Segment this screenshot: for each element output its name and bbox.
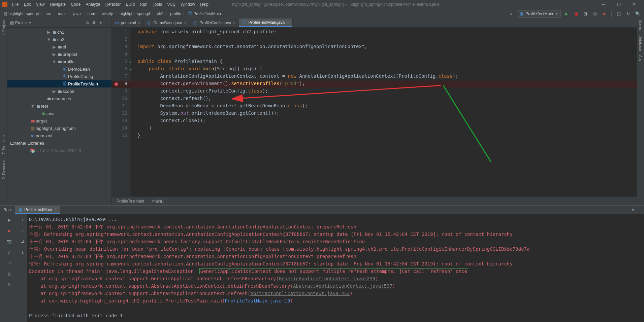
- pin-button[interactable]: ⎙: [5, 270, 13, 278]
- tree-item[interactable]: ▶🖿ch1: [7, 28, 111, 36]
- stacktrace-link[interactable]: ProfileTestMain.java:10: [225, 298, 290, 303]
- tree-item[interactable]: 🖿resources: [7, 95, 111, 102]
- coverage-button[interactable]: ⬔: [582, 10, 589, 17]
- editor-breadcrumb[interactable]: ProfileTestMain 〉 main(): [112, 196, 637, 205]
- crumb-profile[interactable]: profile: [169, 11, 182, 16]
- menu-analyze[interactable]: Analyze: [84, 2, 102, 7]
- menu-tools[interactable]: Tools: [151, 2, 164, 7]
- breakpoint-icon[interactable]: [115, 82, 118, 86]
- scroll-button[interactable]: ⤓: [19, 249, 26, 256]
- menu-vcs[interactable]: VCS: [165, 2, 178, 7]
- tree-item[interactable]: ▼🖿profile: [7, 58, 111, 65]
- run-config-selector[interactable]: ▣ ProfileTestMain ▾: [517, 10, 561, 17]
- run-tab[interactable]: ▣ ProfileTestMain ×: [15, 206, 60, 214]
- tab-close-icon[interactable]: ×: [233, 21, 235, 25]
- tree-item[interactable]: External Libraries: [7, 139, 111, 147]
- tree-item[interactable]: 📚< 1.8 > D:\Java\JDK1.8: [7, 147, 111, 154]
- tree-item[interactable]: ▼🖿ch2: [7, 36, 111, 43]
- editor-gutter[interactable]: 12345▶6▶789101112131415: [112, 28, 131, 196]
- project-tree[interactable]: ▶🖿ch1▼🖿ch2▶🖿el▶🖿prepost▼🖿profileⒸDemoBea…: [7, 28, 111, 205]
- menu-build[interactable]: Build: [124, 2, 137, 7]
- editor-tab[interactable]: ⒸProfileTestMain.java×: [239, 19, 293, 27]
- run-settings-icon[interactable]: ✶: [632, 208, 635, 212]
- tree-item[interactable]: mpom.xml: [7, 132, 111, 139]
- update-button[interactable]: ↻: [624, 10, 632, 17]
- tree-item[interactable]: ▼🖿test: [7, 102, 111, 110]
- project-title[interactable]: ▤Project▾: [10, 21, 31, 25]
- console-output[interactable]: D:\Java\JDK1.8\bin\java.exe ... 十一月 01, …: [27, 214, 644, 322]
- maximize-button[interactable]: ▢: [611, 0, 626, 9]
- run-hide-icon[interactable]: ─: [638, 208, 641, 212]
- tree-item[interactable]: ⒸDemoBean: [7, 65, 111, 73]
- menu-code[interactable]: Code: [69, 2, 83, 7]
- crumb-wisely[interactable]: wisely: [101, 11, 114, 16]
- crumb-main[interactable]: main: [57, 11, 67, 16]
- main-menu[interactable]: File Edit View Navigate Code Analyze Ref…: [10, 2, 211, 7]
- tree-item[interactable]: ⒸProfileTestMain: [7, 80, 111, 87]
- stacktrace-link[interactable]: AbstractApplicationContext.java:537: [293, 283, 392, 289]
- status-method[interactable]: main(): [152, 199, 164, 204]
- menu-view[interactable]: View: [34, 2, 47, 7]
- menu-window[interactable]: Window: [179, 2, 197, 7]
- menu-navigate[interactable]: Navigate: [48, 2, 68, 7]
- close-button[interactable]: ✕: [626, 0, 642, 9]
- search-button[interactable]: 🔍: [634, 10, 641, 17]
- breadcrumbs[interactable]: ▤ highlight_spring4〉 src〉 main〉 java〉 co…: [3, 11, 222, 16]
- tree-item[interactable]: ▤highlight_spring4.iml: [7, 124, 111, 132]
- down-button[interactable]: ↓: [19, 227, 26, 235]
- run-button[interactable]: ▶: [563, 10, 570, 17]
- tab-close-icon[interactable]: ×: [184, 21, 186, 25]
- wrap-button[interactable]: ⇄: [19, 238, 26, 245]
- editor-tab[interactable]: ⒸDemoBean.java×: [144, 19, 190, 27]
- tree-item[interactable]: 🖿target: [7, 117, 111, 124]
- editor-code[interactable]: package com.wisely.highlight_spring4.ch2…: [131, 28, 637, 196]
- tree-item[interactable]: ⒸProfileConfig: [7, 73, 111, 80]
- menu-file[interactable]: File: [10, 2, 21, 7]
- menu-edit[interactable]: Edit: [22, 2, 33, 7]
- build-icon[interactable]: ↘: [507, 10, 515, 17]
- strip-structure[interactable]: 7: Structure: [1, 133, 7, 156]
- layout-button[interactable]: ▭: [5, 259, 13, 267]
- stacktrace-link[interactable]: AbstractApplicationContext.java:452: [250, 291, 350, 296]
- tree-item[interactable]: ▶🖿prepost: [7, 50, 111, 58]
- status-class[interactable]: ProfileTestMain: [117, 199, 144, 204]
- editor-tabs[interactable]: mpom.xml×ⒸDemoBean.java×ⒸProfileConfig.j…: [112, 18, 637, 28]
- crumb-java[interactable]: java: [73, 11, 82, 16]
- strip-maven[interactable]: Maven: [638, 18, 644, 33]
- minimize-button[interactable]: ─: [595, 0, 611, 9]
- strip-database[interactable]: Database: [638, 33, 644, 53]
- menu-run[interactable]: Run: [138, 2, 149, 7]
- locate-icon[interactable]: ⊕: [86, 21, 89, 25]
- tab-close-icon[interactable]: ×: [287, 21, 289, 25]
- editor-tab[interactable]: mpom.xml×: [112, 19, 144, 27]
- menu-refactor[interactable]: Refactor: [103, 2, 123, 7]
- stop-run-button[interactable]: ■: [5, 227, 13, 235]
- strip-ant[interactable]: Ant: [638, 53, 644, 63]
- crumb-hl[interactable]: highlight_spring4: [119, 11, 151, 16]
- crumb-src[interactable]: src: [45, 11, 52, 16]
- crumb-project[interactable]: highlight_spring4: [8, 11, 40, 16]
- git-button[interactable]: ⬚: [615, 10, 622, 17]
- tree-item[interactable]: ▶🖿scope: [7, 87, 111, 95]
- crumb-ch2[interactable]: ch2: [156, 11, 164, 16]
- tree-item[interactable]: 🖿java: [7, 110, 111, 117]
- rerun-button[interactable]: ▶: [5, 216, 13, 224]
- up-button[interactable]: ↑: [19, 216, 26, 224]
- hide-icon[interactable]: ─: [106, 21, 109, 25]
- stacktrace-link[interactable]: GenericApplicationContext.java:239: [279, 276, 376, 281]
- run-tab-close-icon[interactable]: ×: [55, 207, 57, 212]
- collapse-icon[interactable]: ⇊: [92, 21, 96, 25]
- exit-button[interactable]: ⤴: [5, 249, 13, 256]
- strip-project[interactable]: 1: Project: [1, 18, 7, 38]
- settings-icon[interactable]: ✶: [99, 21, 102, 25]
- strip-favorites[interactable]: 2: Favorites: [1, 158, 7, 181]
- debug-button[interactable]: 🐞: [572, 10, 580, 17]
- crumb-com[interactable]: com: [87, 11, 96, 16]
- menu-help[interactable]: Help: [198, 2, 211, 7]
- tree-item[interactable]: ▶🖿el: [7, 43, 111, 50]
- editor-tab[interactable]: ⒸProfileConfig.java×: [190, 19, 239, 27]
- dump-button[interactable]: 📷: [5, 238, 13, 245]
- crumb-class[interactable]: ProfileTestMain: [193, 11, 222, 16]
- tab-close-icon[interactable]: ×: [138, 21, 140, 25]
- stop-button[interactable]: ■: [601, 10, 608, 17]
